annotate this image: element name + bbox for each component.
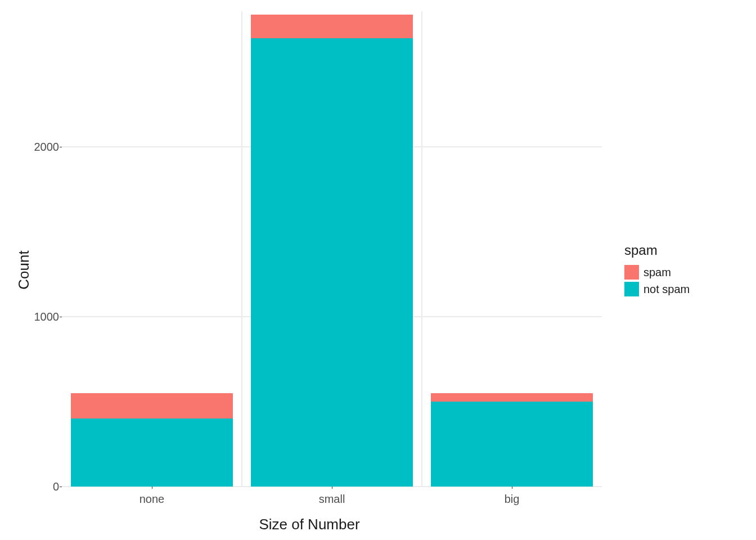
y-tick-mark <box>60 487 62 487</box>
x-tick-mark <box>332 487 332 489</box>
y-tick-mark <box>60 147 62 147</box>
legend-item-spam: spam <box>624 265 756 280</box>
legend-swatch-spam <box>624 265 639 280</box>
gridline-vertical <box>241 11 242 487</box>
y-tick-label: 0 <box>31 480 59 493</box>
y-tick-label: 2000 <box>31 141 59 154</box>
bar-segment-spam <box>431 393 593 402</box>
plot-area <box>62 11 602 487</box>
x-axis-title: Size of Number <box>0 516 619 533</box>
bar-segment-spam <box>251 15 413 38</box>
bar-segment-not-spam <box>251 38 413 487</box>
y-tick-mark <box>60 317 62 317</box>
legend-swatch-not-spam <box>624 282 639 296</box>
y-axis-title: Count <box>15 250 33 289</box>
x-tick-label: small <box>319 493 345 506</box>
legend-label-not-spam: not spam <box>644 283 690 296</box>
chart-panel: Count Size of Number 010002000nonesmallb… <box>0 0 619 540</box>
x-tick-mark <box>152 487 152 489</box>
x-tick-label: none <box>140 493 165 506</box>
legend-title: spam <box>624 242 756 258</box>
gridline-vertical <box>421 11 422 487</box>
y-tick-label: 1000 <box>31 310 59 323</box>
bar-segment-spam <box>71 393 233 418</box>
legend-item-not-spam: not spam <box>624 282 756 296</box>
x-tick-label: big <box>505 493 520 506</box>
legend-label-spam: spam <box>644 266 671 279</box>
bar-segment-not-spam <box>431 402 593 487</box>
x-tick-mark <box>512 487 512 489</box>
bar-segment-not-spam <box>71 418 233 487</box>
legend: spam spam not spam <box>619 0 756 540</box>
